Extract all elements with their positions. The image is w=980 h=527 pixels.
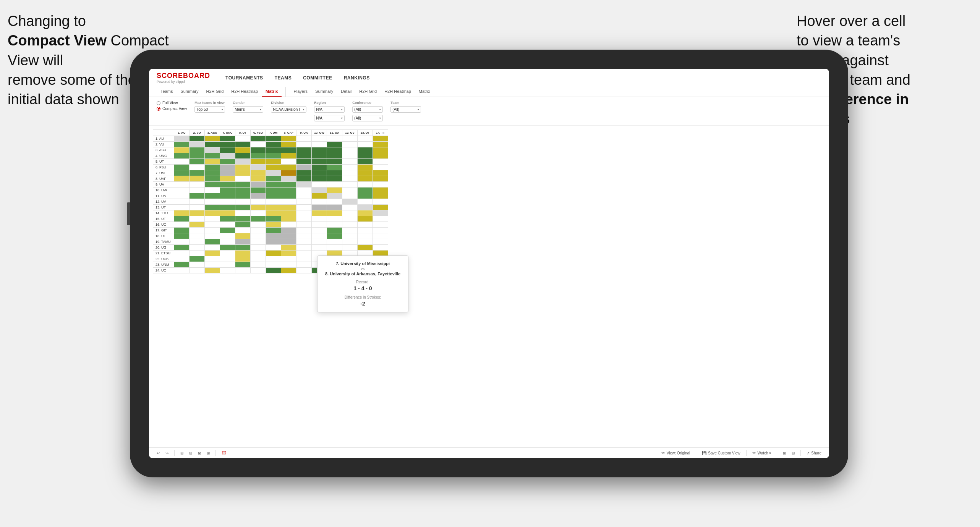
cell-9-1[interactable] — [174, 182, 190, 188]
tab-detail[interactable]: Detail — [337, 87, 355, 97]
cell-9-5[interactable] — [235, 182, 251, 188]
cell-19-2[interactable] — [190, 239, 205, 245]
cell-1-2[interactable] — [190, 136, 205, 142]
cell-15-7[interactable] — [266, 216, 281, 222]
cell-10-11[interactable] — [327, 188, 342, 193]
cell-4-6[interactable] — [251, 153, 266, 159]
cell-11-7[interactable] — [266, 193, 281, 199]
cell-12-6[interactable] — [251, 199, 266, 205]
cell-2-6[interactable] — [251, 142, 266, 147]
cell-18-8[interactable] — [281, 233, 296, 239]
cell-17-11[interactable] — [327, 228, 342, 233]
filter-gender-select[interactable]: Men's — [233, 106, 263, 113]
cell-7-9[interactable] — [296, 170, 312, 176]
cell-12-11[interactable] — [327, 199, 342, 205]
cell-15-9[interactable] — [296, 216, 312, 222]
cell-15-13[interactable] — [358, 216, 373, 222]
cell-4-12[interactable] — [342, 153, 358, 159]
cell-23-1[interactable] — [174, 262, 190, 268]
cell-11-12[interactable] — [342, 193, 358, 199]
cell-4-8[interactable] — [281, 153, 296, 159]
tab-h2h-heatmap-left[interactable]: H2H Heatmap — [227, 87, 262, 97]
cell-3-8[interactable] — [281, 147, 296, 153]
cell-12-13[interactable] — [358, 199, 373, 205]
filter-region-select2[interactable]: N/A — [314, 115, 345, 121]
cell-18-9[interactable] — [296, 233, 312, 239]
cell-13-8[interactable] — [281, 205, 296, 210]
cell-9-11[interactable] — [327, 182, 342, 188]
cell-5-13[interactable] — [358, 159, 373, 165]
cell-2-11[interactable] — [327, 142, 342, 147]
cell-12-12[interactable] — [342, 199, 358, 205]
cell-24-5[interactable] — [235, 268, 251, 273]
cell-15-8[interactable] — [281, 216, 296, 222]
cell-4-4[interactable] — [220, 153, 235, 159]
cell-13-6[interactable] — [251, 205, 266, 210]
cell-22-6[interactable] — [251, 256, 266, 262]
cell-14-14[interactable] — [373, 210, 388, 216]
cell-2-8[interactable] — [281, 142, 296, 147]
view-original-btn[interactable]: 👁 View: Original — [661, 451, 690, 455]
cell-1-10[interactable] — [312, 136, 327, 142]
cell-1-6[interactable] — [251, 136, 266, 142]
cell-22-4[interactable] — [220, 256, 235, 262]
cell-10-12[interactable] — [342, 188, 358, 193]
cell-14-7[interactable] — [266, 210, 281, 216]
cell-18-4[interactable] — [220, 233, 235, 239]
cell-17-1[interactable] — [174, 228, 190, 233]
cell-9-6[interactable] — [251, 182, 266, 188]
save-custom-btn[interactable]: 💾 Save Custom View — [702, 451, 740, 455]
cell-17-10[interactable] — [312, 228, 327, 233]
cell-16-12[interactable] — [342, 222, 358, 228]
cell-4-11[interactable] — [327, 153, 342, 159]
cell-21-9[interactable] — [296, 251, 312, 256]
cell-5-9[interactable] — [296, 159, 312, 165]
cell-5-3[interactable] — [205, 159, 220, 165]
cell-13-3[interactable] — [205, 205, 220, 210]
cell-18-13[interactable] — [358, 233, 373, 239]
cell-24-2[interactable] — [190, 268, 205, 273]
cell-19-13[interactable] — [358, 239, 373, 245]
cell-15-1[interactable] — [174, 216, 190, 222]
cell-7-2[interactable] — [190, 170, 205, 176]
cell-16-2[interactable] — [190, 222, 205, 228]
cell-16-5[interactable] — [235, 222, 251, 228]
filter-division-select[interactable]: NCAA Division I — [271, 106, 306, 113]
cell-6-3[interactable] — [205, 165, 220, 170]
cell-3-2[interactable] — [190, 147, 205, 153]
cell-18-11[interactable] — [327, 233, 342, 239]
cell-20-3[interactable] — [205, 245, 220, 251]
nav-teams[interactable]: TEAMS — [275, 75, 292, 81]
cell-12-10[interactable] — [312, 199, 327, 205]
cell-10-1[interactable] — [174, 188, 190, 193]
cell-16-11[interactable] — [327, 222, 342, 228]
cell-5-7[interactable] — [266, 159, 281, 165]
cell-19-4[interactable] — [220, 239, 235, 245]
cell-5-11[interactable] — [327, 159, 342, 165]
cell-6-6[interactable] — [251, 165, 266, 170]
cell-6-11[interactable] — [327, 165, 342, 170]
cell-14-12[interactable] — [342, 210, 358, 216]
redo-button[interactable]: ↪ — [165, 451, 168, 455]
cell-7-11[interactable] — [327, 170, 342, 176]
cell-16-3[interactable] — [205, 222, 220, 228]
cell-12-7[interactable] — [266, 199, 281, 205]
toolbar-btn-6[interactable]: ⊟ — [792, 451, 795, 455]
cell-24-3[interactable] — [205, 268, 220, 273]
cell-3-14[interactable] — [373, 147, 388, 153]
cell-14-13[interactable] — [358, 210, 373, 216]
cell-10-6[interactable] — [251, 188, 266, 193]
cell-5-6[interactable] — [251, 159, 266, 165]
cell-19-8[interactable] — [281, 239, 296, 245]
cell-13-7[interactable] — [266, 205, 281, 210]
cell-14-8[interactable] — [281, 210, 296, 216]
filter-region-select1[interactable]: N/A — [314, 106, 345, 113]
cell-2-2[interactable] — [190, 142, 205, 147]
cell-14-10[interactable] — [312, 210, 327, 216]
cell-9-4[interactable] — [220, 182, 235, 188]
cell-9-12[interactable] — [342, 182, 358, 188]
cell-11-14[interactable] — [373, 193, 388, 199]
cell-7-4[interactable] — [220, 170, 235, 176]
cell-23-2[interactable] — [190, 262, 205, 268]
cell-20-1[interactable] — [174, 245, 190, 251]
